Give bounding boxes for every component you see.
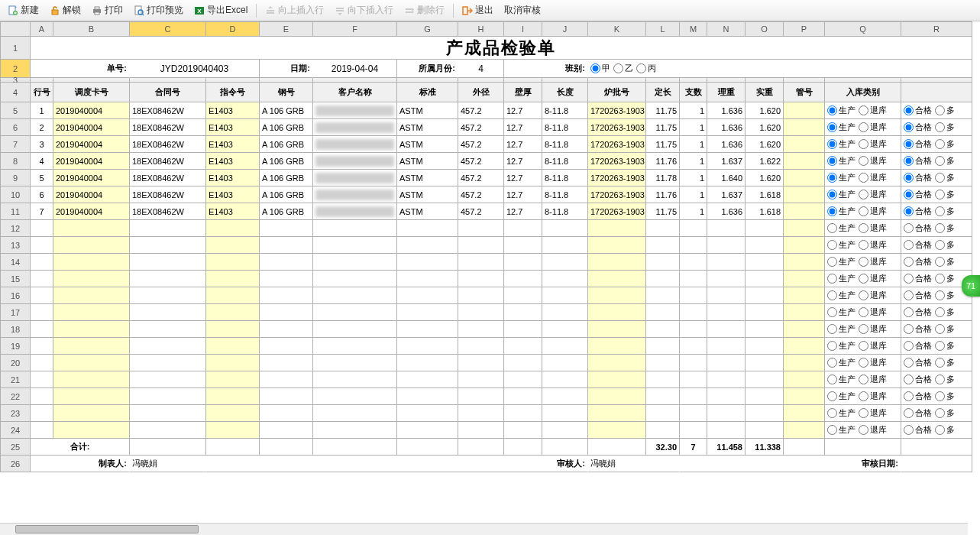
c-23-8[interactable]: [504, 405, 542, 422]
intype-opt2-8[interactable]: 退库: [859, 155, 887, 167]
tube-18[interactable]: [784, 321, 825, 338]
shift-a[interactable]: 甲: [590, 63, 610, 74]
dispatch-10[interactable]: 2019040004: [53, 186, 130, 203]
qc-opt1-13[interactable]: 合格: [904, 239, 932, 251]
tube-10[interactable]: [784, 186, 825, 203]
c-22-12[interactable]: [680, 388, 707, 405]
c-15-6[interactable]: [397, 271, 458, 287]
cancel-audit-button[interactable]: 取消审核: [500, 2, 545, 18]
c-16-14[interactable]: [746, 287, 784, 304]
c-20-6[interactable]: [397, 355, 458, 371]
tube-17[interactable]: [784, 304, 825, 321]
tube-14[interactable]: [784, 254, 825, 271]
c-12-8[interactable]: [504, 220, 542, 237]
theo-6[interactable]: 1.636: [707, 119, 746, 136]
contract-11[interactable]: 18EX08462W: [130, 203, 206, 220]
col-head-H[interactable]: H: [458, 21, 504, 37]
qc-opt1-14[interactable]: 合格: [904, 256, 932, 268]
contract-24[interactable]: [130, 422, 206, 439]
tube-15[interactable]: [784, 271, 825, 287]
c-24-12[interactable]: [680, 422, 707, 439]
qc-opt1-18[interactable]: 合格: [904, 323, 932, 335]
contract-14[interactable]: [130, 254, 206, 271]
intype-opt2-20[interactable]: 退库: [859, 357, 887, 368]
customer-9[interactable]: [313, 170, 397, 186]
c-21-4[interactable]: [260, 371, 313, 388]
qc-opt2-5[interactable]: 多: [935, 105, 955, 116]
c-18-6[interactable]: [397, 321, 458, 338]
dispatch-14[interactable]: [53, 254, 130, 271]
shift-c[interactable]: 丙: [636, 63, 656, 74]
theo-7[interactable]: 1.636: [707, 136, 746, 153]
heat-17[interactable]: [588, 304, 646, 321]
heat-11[interactable]: 1720263-1903: [588, 203, 646, 220]
intype-opt1-17[interactable]: 生产: [827, 306, 855, 318]
c-15-4[interactable]: [260, 271, 313, 287]
contract-6[interactable]: 18EX08462W: [130, 119, 206, 136]
row-head-17[interactable]: 17: [0, 304, 31, 321]
intype-opt1-8[interactable]: 生产: [827, 155, 855, 167]
c-22-9[interactable]: [542, 388, 588, 405]
customer-10[interactable]: [313, 186, 397, 203]
theo-5[interactable]: 1.636: [707, 102, 746, 119]
heat-16[interactable]: [588, 287, 646, 304]
standard-10[interactable]: ASTM: [397, 186, 458, 203]
c-17-6[interactable]: [397, 304, 458, 321]
standard-8[interactable]: ASTM: [397, 153, 458, 170]
count-5[interactable]: 1: [680, 102, 707, 119]
c-15-5[interactable]: [313, 271, 397, 287]
c-16-7[interactable]: [458, 287, 504, 304]
unlock-button[interactable]: 解锁: [45, 2, 86, 18]
len-10[interactable]: 8-11.8: [542, 186, 588, 203]
order-8[interactable]: E1403: [206, 153, 260, 170]
dispatch-23[interactable]: [53, 405, 130, 422]
qc-opt2-16[interactable]: 多: [935, 290, 955, 301]
count-11[interactable]: 1: [680, 203, 707, 220]
theo-8[interactable]: 1.637: [707, 153, 746, 170]
order-21[interactable]: [206, 371, 260, 388]
c-18-9[interactable]: [542, 321, 588, 338]
c-14-4[interactable]: [260, 254, 313, 271]
contract-22[interactable]: [130, 388, 206, 405]
col-head-L[interactable]: L: [646, 21, 680, 37]
c-17-8[interactable]: [504, 304, 542, 321]
qc-opt2-17[interactable]: 多: [935, 306, 955, 318]
wt-5[interactable]: 12.7: [504, 102, 542, 119]
order-7[interactable]: E1403: [206, 136, 260, 153]
c-17-12[interactable]: [680, 304, 707, 321]
intype-opt1-5[interactable]: 生产: [827, 105, 855, 116]
qc-opt2-22[interactable]: 多: [935, 391, 955, 402]
qc-opt2-13[interactable]: 多: [935, 239, 955, 251]
qc-opt1-7[interactable]: 合格: [904, 138, 932, 150]
heat-24[interactable]: [588, 422, 646, 439]
heat-12[interactable]: [588, 220, 646, 237]
c-19-13[interactable]: [707, 338, 746, 355]
fixlen-7[interactable]: 11.75: [646, 136, 680, 153]
actual-5[interactable]: 1.620: [746, 102, 784, 119]
new-button[interactable]: 新建: [3, 2, 44, 18]
col-head-Q[interactable]: Q: [825, 21, 901, 37]
c-19-12[interactable]: [680, 338, 707, 355]
order-14[interactable]: [206, 254, 260, 271]
wt-8[interactable]: 12.7: [504, 153, 542, 170]
dispatch-15[interactable]: [53, 271, 130, 287]
intype-opt2-5[interactable]: 退库: [859, 105, 887, 116]
tube-16[interactable]: [784, 287, 825, 304]
c-24-9[interactable]: [542, 422, 588, 439]
c-18-12[interactable]: [680, 321, 707, 338]
tube-8[interactable]: [784, 153, 825, 170]
c-21-14[interactable]: [746, 371, 784, 388]
dispatch-11[interactable]: 2019040004: [53, 203, 130, 220]
c-18-13[interactable]: [707, 321, 746, 338]
steel-8[interactable]: A 106 GRB: [260, 153, 313, 170]
heat-8[interactable]: 1720263-1903: [588, 153, 646, 170]
contract-8[interactable]: 18EX08462W: [130, 153, 206, 170]
col-head-K[interactable]: K: [588, 21, 646, 37]
c-22-5[interactable]: [313, 388, 397, 405]
fixlen-5[interactable]: 11.75: [646, 102, 680, 119]
col-head-O[interactable]: O: [746, 21, 784, 37]
contract-5[interactable]: 18EX08462W: [130, 102, 206, 119]
c-23-4[interactable]: [260, 405, 313, 422]
qc-opt2-10[interactable]: 多: [935, 189, 955, 200]
qc-opt1-11[interactable]: 合格: [904, 206, 932, 217]
